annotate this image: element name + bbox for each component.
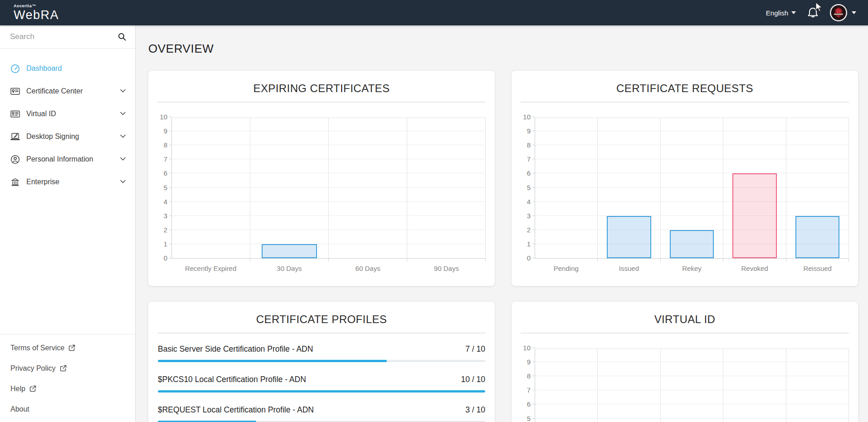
brand-ascertia-label: Ascertia™ <box>14 4 59 8</box>
sidebar-item-label: Personal Information <box>26 155 93 163</box>
y-tick-label: 5 <box>515 184 531 192</box>
sidebar-item-label: Virtual ID <box>26 110 56 118</box>
sidebar-item-personal-information[interactable]: Personal Information <box>0 148 135 171</box>
x-category-label: Pending <box>535 265 598 272</box>
x-category-label: 30 Days <box>250 265 328 272</box>
search-input[interactable] <box>0 25 135 48</box>
x-axis-labels: PendingIssuedRekeyRevokedReissued <box>535 265 849 272</box>
y-tick-label: 6 <box>515 169 531 177</box>
desktop-signing-icon <box>10 132 20 141</box>
y-tick-label: 10 <box>152 113 167 121</box>
chevron-down-icon <box>791 11 796 14</box>
expiring-certificates-chart: 012345678910Recently Expired30 Days60 Da… <box>171 118 486 272</box>
sidebar-item-enterprise[interactable]: Enterprise <box>0 171 135 193</box>
certificate-profiles-list: Basic Server Side Certification Profile … <box>148 343 495 422</box>
chart-column <box>786 118 849 258</box>
sidebar-item-certificate-center[interactable]: Certificate Center <box>0 80 135 103</box>
chevron-down-icon <box>120 134 126 138</box>
footer-link-label: Terms of Service <box>10 344 64 352</box>
privacy-policy-link[interactable]: Privacy Policy <box>0 358 135 378</box>
card-title: CERTIFICATE PROFILES <box>148 313 495 326</box>
x-category-label: Issued <box>598 265 661 272</box>
brand-logo[interactable]: Ascertia™ WebRA <box>14 4 59 21</box>
x-category-label: 60 Days <box>329 265 407 272</box>
about-link[interactable]: About <box>0 399 135 419</box>
chart-columns <box>172 118 486 258</box>
bar-Rekey <box>670 230 714 258</box>
profile-row-header: Basic Server Side Certification Profile … <box>158 343 485 354</box>
y-axis-tick <box>532 230 535 230</box>
certificate-profiles-card: CERTIFICATE PROFILES Basic Server Side C… <box>148 302 495 422</box>
chart-column <box>661 349 723 422</box>
chart-column <box>598 118 660 258</box>
profile-row: Basic Server Side Certification Profile … <box>158 343 485 362</box>
y-tick-label: 5 <box>152 184 167 192</box>
terms-of-service-link[interactable]: Terms of Service <box>0 338 135 358</box>
y-tick-label: 6 <box>515 400 531 408</box>
bar-30 Days <box>262 244 317 258</box>
sidebar-search <box>0 25 135 49</box>
search-icon[interactable] <box>118 33 126 41</box>
mouse-cursor <box>815 2 825 13</box>
profile-progress-track <box>158 360 485 362</box>
y-tick-label: 10 <box>515 113 531 121</box>
expiring-certificates-card: EXPIRING CERTIFICATES 012345678910Recent… <box>148 71 495 286</box>
profile-progress-track <box>158 390 485 393</box>
chart-column <box>535 349 598 422</box>
y-axis-tick <box>532 159 535 159</box>
profile-count: 3 / 10 <box>465 404 485 415</box>
y-axis-tick <box>532 173 535 173</box>
webra-dashboard: Ascertia™ WebRA English <box>0 0 868 422</box>
profile-row: $PKCS10 Local Certification Profile - AD… <box>158 374 485 393</box>
y-tick-label: 9 <box>152 127 167 135</box>
external-link-icon <box>60 365 67 372</box>
card-divider <box>521 102 849 103</box>
sidebar-item-virtual-id[interactable]: Virtual ID <box>0 103 135 125</box>
virtual-id-icon <box>10 110 20 118</box>
y-tick-label: 8 <box>515 141 531 149</box>
y-tick-label: 1 <box>515 240 531 248</box>
y-axis-tick <box>532 201 535 202</box>
external-link-icon <box>68 344 75 351</box>
y-axis-tick <box>532 258 535 258</box>
personal-information-icon <box>10 155 20 164</box>
profile-label: $PKCS10 Local Certification Profile - AD… <box>158 374 306 385</box>
user-menu[interactable] <box>830 4 856 21</box>
y-axis-tick <box>169 230 172 230</box>
language-label: English <box>766 9 788 17</box>
y-tick-label: 5 <box>515 415 531 422</box>
y-tick-label: 9 <box>515 127 531 135</box>
chart-column <box>723 349 786 422</box>
certificate-requests-card: CERTIFICATE REQUESTS 012345678910Pending… <box>512 71 858 286</box>
sidebar-item-desktop-signing[interactable]: Desktop Signing <box>0 125 135 148</box>
language-selector[interactable]: English <box>766 9 796 17</box>
page-title: OVERVIEW <box>148 42 858 56</box>
y-axis-tick <box>532 117 535 117</box>
chart-plot-area: 012345678910 <box>171 118 486 259</box>
card-title: EXPIRING CERTIFICATES <box>148 82 495 95</box>
profile-progress-fill <box>158 360 387 362</box>
y-tick-label: 0 <box>152 254 167 262</box>
y-axis-tick <box>532 390 535 390</box>
y-axis-tick <box>169 173 172 173</box>
bar-Issued <box>607 216 651 258</box>
chevron-down-icon <box>120 180 126 183</box>
chart-column <box>250 118 329 258</box>
x-axis-tick <box>848 259 849 262</box>
y-tick-label: 2 <box>515 226 531 234</box>
sidebar-item-label: Dashboard <box>26 64 62 73</box>
main-content: OVERVIEW EXPIRING CERTIFICATES 012345678… <box>136 25 868 422</box>
y-axis-tick <box>532 348 535 348</box>
avatar[interactable] <box>830 4 847 21</box>
certificate-requests-chart: 012345678910PendingIssuedRekeyRevokedRei… <box>535 118 849 272</box>
chevron-down-icon <box>120 112 126 115</box>
y-axis-tick <box>532 131 535 131</box>
y-axis-tick <box>532 376 535 376</box>
help-link[interactable]: Help <box>0 378 135 399</box>
sidebar: Dashboard Certificate Center <box>0 25 136 422</box>
sidebar-item-dashboard[interactable]: Dashboard <box>0 57 135 80</box>
x-axis-tick <box>250 259 250 262</box>
y-tick-label: 7 <box>152 155 167 163</box>
x-axis-labels: Recently Expired30 Days60 Days90 Days <box>171 265 486 272</box>
y-axis-tick <box>169 201 172 202</box>
